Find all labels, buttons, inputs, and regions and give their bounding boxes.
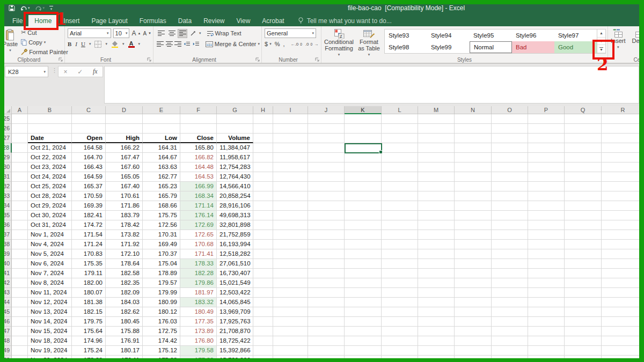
style-item-style94[interactable]: Style94 xyxy=(427,29,470,41)
align-center-icon[interactable] xyxy=(165,40,173,49)
column-header-P[interactable]: P xyxy=(528,106,565,114)
cell-G34[interactable]: 28,916,106 xyxy=(217,201,253,211)
cell-D40[interactable]: 178.64 xyxy=(106,259,143,269)
cell-H27[interactable] xyxy=(253,134,273,143)
style-item-style97[interactable]: Style97 xyxy=(554,29,597,41)
cell-D25[interactable] xyxy=(106,114,143,124)
column-header-J[interactable]: J xyxy=(308,106,345,114)
cancel-icon[interactable]: × xyxy=(63,68,67,76)
cell-J27[interactable] xyxy=(308,134,345,143)
cell-H32[interactable] xyxy=(253,182,273,191)
cell-C34[interactable]: 169.39 xyxy=(72,201,106,211)
percent-format-button[interactable]: % xyxy=(275,40,280,49)
cell-M37[interactable] xyxy=(418,230,455,240)
cell-P42[interactable] xyxy=(528,278,565,288)
cell-H40[interactable] xyxy=(253,259,273,269)
cell-H45[interactable] xyxy=(253,307,273,317)
insert-dropdown-icon[interactable]: ▾ xyxy=(617,44,619,50)
cell-D26[interactable] xyxy=(106,124,143,134)
cell-D32[interactable]: 167.40 xyxy=(106,182,143,191)
row-header-41[interactable]: 41 xyxy=(0,269,12,278)
cell-G48[interactable]: 18,725,422 xyxy=(217,336,253,346)
cell-P47[interactable] xyxy=(528,327,565,336)
cell-F32[interactable]: 166.99 xyxy=(180,182,217,191)
cell-H46[interactable] xyxy=(253,317,273,327)
cell-K49[interactable] xyxy=(345,346,382,356)
currency-dropdown-icon[interactable]: ▾ xyxy=(269,42,272,46)
customize-qat-icon[interactable]: ▾ xyxy=(49,6,53,10)
cell-O37[interactable] xyxy=(492,230,528,240)
cell-Q35[interactable] xyxy=(565,211,602,220)
cell-H35[interactable] xyxy=(253,211,273,220)
column-header-E[interactable]: E xyxy=(143,106,180,114)
cell-F44[interactable]: 183.32 xyxy=(180,298,217,307)
cell-O31[interactable] xyxy=(492,172,528,182)
cell-I43[interactable] xyxy=(273,288,308,298)
cell-I33[interactable] xyxy=(273,191,308,201)
cell-L29[interactable] xyxy=(382,153,418,162)
cell-A31[interactable] xyxy=(12,172,28,182)
cell-A27[interactable] xyxy=(12,134,28,143)
cell-D46[interactable]: 180.45 xyxy=(106,317,143,327)
cell-E31[interactable]: 162.77 xyxy=(143,172,180,182)
cell-L40[interactable] xyxy=(382,259,418,269)
cell-E27[interactable]: Low xyxy=(143,134,180,143)
cell-G37[interactable]: 21,752,859 xyxy=(217,230,253,240)
row-header-38[interactable]: 38 xyxy=(0,240,12,249)
cell-I36[interactable] xyxy=(273,220,308,230)
save-icon[interactable] xyxy=(9,5,15,11)
cell-M44[interactable] xyxy=(418,298,455,307)
cell-A44[interactable] xyxy=(12,298,28,307)
row-header-44[interactable]: 44 xyxy=(0,298,12,307)
cell-I39[interactable] xyxy=(273,249,308,259)
cell-J45[interactable] xyxy=(308,307,345,317)
cell-E26[interactable] xyxy=(143,124,180,134)
cell-Q40[interactable] xyxy=(565,259,602,269)
cell-D27[interactable]: High xyxy=(106,134,143,143)
bold-button[interactable]: B xyxy=(68,40,71,49)
style-item-normal[interactable]: Normal xyxy=(470,41,512,53)
cell-K38[interactable] xyxy=(345,240,382,249)
cell-I42[interactable] xyxy=(273,278,308,288)
tab-acrobat[interactable]: Acrobat xyxy=(256,15,290,26)
cell-G41[interactable]: 16,730,407 xyxy=(217,269,253,278)
cell-A33[interactable] xyxy=(12,191,28,201)
wrap-text-button[interactable]: Wrap Text xyxy=(207,29,241,38)
cell-C25[interactable] xyxy=(72,114,106,124)
row-header-39[interactable]: 39 xyxy=(0,249,12,259)
cell-G43[interactable]: 12,503,422 xyxy=(217,288,253,298)
enter-icon[interactable]: ✓ xyxy=(77,68,83,76)
cell-A39[interactable] xyxy=(12,249,28,259)
cell-J44[interactable] xyxy=(308,298,345,307)
tell-me-box[interactable]: Tell me what you want to do... xyxy=(298,15,392,26)
cell-M48[interactable] xyxy=(418,336,455,346)
increase-font-icon[interactable]: A▲ xyxy=(131,29,141,38)
cell-R39[interactable] xyxy=(602,249,644,259)
cell-M50[interactable] xyxy=(418,356,455,362)
cell-N28[interactable] xyxy=(455,143,492,153)
cell-Q49[interactable] xyxy=(565,346,602,356)
cell-E32[interactable]: 165.23 xyxy=(143,182,180,191)
cell-P25[interactable] xyxy=(528,114,565,124)
row-header-50[interactable]: 50 xyxy=(0,356,12,362)
cell-A42[interactable] xyxy=(12,278,28,288)
cell-L25[interactable] xyxy=(382,114,418,124)
cell-B35[interactable]: Oct 30, 2024 xyxy=(28,211,72,220)
cell-F28[interactable]: 165.80 xyxy=(180,143,217,153)
cell-D37[interactable]: 173.82 xyxy=(106,230,143,240)
cell-F49[interactable]: 179.58 xyxy=(180,346,217,356)
row-header-46[interactable]: 46 xyxy=(0,317,12,327)
cell-B31[interactable]: Oct 24, 2024 xyxy=(28,172,72,182)
cell-J26[interactable] xyxy=(308,124,345,134)
cell-E39[interactable]: 170.37 xyxy=(143,249,180,259)
increase-decimal-icon[interactable]: ←.00 xyxy=(290,40,302,49)
cell-P50[interactable] xyxy=(528,356,565,362)
tab-view[interactable]: View xyxy=(231,15,257,26)
cell-B42[interactable]: Nov 8, 2024 xyxy=(28,278,72,288)
tab-page-layout[interactable]: Page Layout xyxy=(85,15,133,26)
cell-H38[interactable] xyxy=(253,240,273,249)
alignment-dialog-launcher-icon[interactable] xyxy=(255,57,260,62)
column-header-Q[interactable]: Q xyxy=(565,106,602,114)
cell-L27[interactable] xyxy=(382,134,418,143)
row-header-31[interactable]: 31 xyxy=(0,172,12,182)
